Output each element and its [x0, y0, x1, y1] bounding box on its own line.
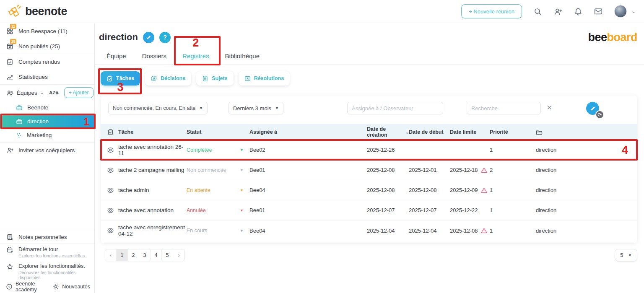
- sidebar-item-academy[interactable]: ? Beenote academy: [6, 281, 52, 293]
- tour-sublabel: Explorer les fonctions essentielles: [18, 253, 85, 258]
- help-button[interactable]: ?: [159, 32, 171, 43]
- register-tab-sujets[interactable]: Sujets: [196, 71, 234, 86]
- spacer: [0, 158, 94, 230]
- column-header-created[interactable]: Date de création⌄: [367, 126, 409, 138]
- user-avatar[interactable]: [614, 5, 627, 18]
- view-task-button[interactable]: [101, 228, 118, 233]
- notifications-bell-icon[interactable]: [574, 7, 582, 16]
- new-meeting-button[interactable]: + Nouvelle réunion: [461, 4, 522, 18]
- main-content: direction ? beeboard ÉquipeDossiersRegis…: [95, 23, 644, 293]
- table-body: tache avec annotation 26-11Complétée▾Bee…: [101, 140, 637, 241]
- pagination-next[interactable]: ›: [173, 249, 184, 261]
- task-name: tache admin: [118, 187, 187, 193]
- view-task-button[interactable]: [101, 207, 118, 213]
- task-name: tache avec annotation 26-11: [118, 144, 187, 156]
- register-tab-decisions[interactable]: Décisions: [145, 71, 191, 86]
- pagination-page-2[interactable]: 2: [128, 249, 139, 261]
- sidebar: 11 Mon Beespace (11) 25 Non publiés (25)…: [0, 23, 95, 293]
- teams-section-label[interactable]: Équipes: [17, 90, 37, 96]
- tab-bibliotheque[interactable]: Bibliothèque: [225, 47, 260, 65]
- task-start-date: 2025-12-07: [409, 207, 450, 213]
- folder-icon: [532, 129, 637, 135]
- task-status-select[interactable]: En attente▾: [187, 187, 249, 193]
- molecule-icon: [16, 132, 22, 138]
- task-due-date: 2025-12-18: [450, 167, 490, 173]
- sidebar-item-start-tour[interactable]: Démarrer le tour Explorer les fonctions …: [0, 244, 94, 261]
- due-date-text: 2025-12-22: [450, 207, 478, 213]
- task-folder: direction: [532, 228, 637, 234]
- sidebar-item-team-direction[interactable]: direction1: [0, 114, 94, 128]
- teams-people-icon: [6, 89, 14, 97]
- sidebar-item-minutes[interactable]: Comptes rendus: [0, 54, 94, 69]
- table-row[interactable]: tache 2 campagne mailingNon commencée▾Be…: [101, 160, 637, 180]
- task-assignee: Bee04: [249, 187, 367, 193]
- status-label: Annulée: [187, 207, 206, 213]
- warning-icon: [481, 167, 487, 173]
- task-status-select[interactable]: Annulée▾: [187, 207, 249, 213]
- sidebar-item-statistics[interactable]: Statistiques: [0, 69, 94, 84]
- pagination-page-1[interactable]: 1: [117, 249, 128, 261]
- briefcase-icon: [16, 104, 23, 111]
- sidebar-item-team-beenote[interactable]: Beenote: [0, 101, 94, 114]
- clear-filters-icon[interactable]: ×: [547, 104, 551, 111]
- mail-icon[interactable]: [594, 7, 603, 16]
- sidebar-item-personal-notes[interactable]: Notes personnelles: [0, 230, 94, 244]
- table-row[interactable]: tache adminEn attente▾Bee042025-12-08202…: [101, 180, 637, 200]
- status-label: Non commencée: [187, 167, 226, 173]
- view-task-button[interactable]: [101, 187, 118, 193]
- register-tab-taches[interactable]: Tâches3: [101, 71, 140, 86]
- task-status-select[interactable]: Non commencée▾: [187, 167, 249, 173]
- task-created-date: 2025-12-04: [367, 228, 409, 234]
- caret-down-icon: ▾: [241, 228, 243, 233]
- table-row[interactable]: tache avec annotationAnnulée▾Bee012025-1…: [101, 200, 637, 220]
- pagination-page-4[interactable]: 4: [151, 249, 162, 261]
- caret-down-icon: ▼: [199, 106, 203, 110]
- view-task-button[interactable]: [101, 167, 118, 173]
- period-filter-select[interactable]: Derniers 3 mois ▼: [229, 102, 283, 114]
- sort-az-icon[interactable]: AZ⇅: [49, 90, 59, 95]
- tab-equipe[interactable]: Équipe: [106, 47, 126, 65]
- news-label: Nouveautés: [62, 284, 90, 290]
- tab-registres[interactable]: Registres2: [182, 47, 209, 65]
- task-status-select[interactable]: En cours▾: [187, 228, 249, 233]
- table-row[interactable]: tache avec annotation 26-11Complétée▾Bee…: [101, 140, 637, 160]
- sidebar-item-team-marketing[interactable]: Marketing: [0, 128, 94, 142]
- pagination-page-3[interactable]: 3: [139, 249, 151, 261]
- task-folder: direction: [532, 147, 637, 153]
- chevron-down-icon[interactable]: ⌄: [631, 8, 636, 14]
- tab-label: Équipe: [106, 52, 126, 60]
- page-size-select[interactable]: 5 ▼: [615, 249, 637, 262]
- bulk-edit-badge[interactable]: ⟳: [586, 102, 600, 116]
- sidebar-item-beespace[interactable]: 11 Mon Beespace (11): [0, 23, 94, 39]
- annotation-number-3: 3: [117, 82, 124, 93]
- sidebar-item-news[interactable]: Nouveautés: [52, 283, 90, 290]
- register-tab-resolutions[interactable]: RRésolutions: [239, 71, 290, 86]
- add-contact-icon[interactable]: [553, 7, 563, 16]
- table-row[interactable]: tache avec enregistrement 04-12En cours▾…: [101, 220, 637, 241]
- sidebar-item-unpublished[interactable]: 25 Non publiés (25): [0, 39, 94, 54]
- tab-dossiers[interactable]: Dossiers: [142, 47, 166, 65]
- explore-sublabel: Découvrez les fonctionnalités disponible…: [18, 270, 91, 280]
- beeboard-logo: beeboard: [588, 31, 637, 44]
- search-icon[interactable]: [533, 7, 542, 16]
- view-task-button[interactable]: [101, 147, 118, 153]
- add-team-button[interactable]: + Ajouter: [64, 87, 93, 98]
- caret-down-icon: ▼: [275, 106, 279, 110]
- pagination-prev[interactable]: ‹: [105, 249, 117, 261]
- calendar-plus-icon: [6, 246, 14, 254]
- chevron-down-icon[interactable]: ⌄: [40, 90, 44, 96]
- pagination-page-5[interactable]: 5: [162, 249, 173, 261]
- task-name: tache 2 campagne mailing: [118, 167, 187, 173]
- column-header-priority: Priorité: [490, 129, 532, 135]
- search-filter-input[interactable]: [467, 102, 541, 114]
- column-header-start: Date de début: [409, 129, 450, 135]
- edit-team-button[interactable]: [143, 32, 154, 43]
- beenote-logo[interactable]: beenote: [6, 4, 67, 19]
- task-status-select[interactable]: Complétée▾: [187, 147, 249, 153]
- sidebar-item-explore-features[interactable]: Explorer les fonctionnalités. Découvrez …: [0, 261, 94, 281]
- table-header: Tâche Statut Assignée à Date de création…: [101, 124, 637, 140]
- sidebar-item-invite[interactable]: Inviter vos coéquipiers: [0, 143, 94, 158]
- resolution-icon: R: [244, 75, 251, 82]
- assignee-filter-input[interactable]: [347, 102, 443, 114]
- status-filter-select[interactable]: Non commencée, En cours, En attente, A..…: [108, 102, 208, 114]
